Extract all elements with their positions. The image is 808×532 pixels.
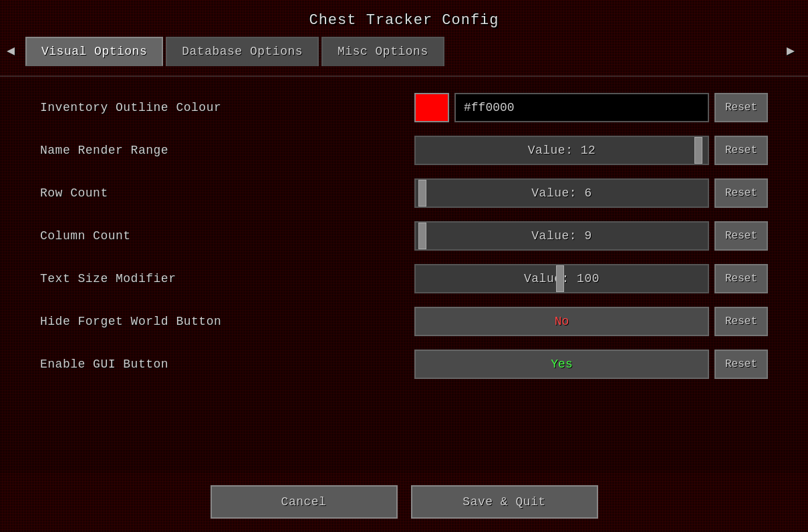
tab-divider [0, 76, 808, 77]
setting-row-inventory-outline-colour: Inventory Outline Colour Reset [40, 86, 768, 129]
cancel-button[interactable]: Cancel [211, 485, 398, 519]
setting-row-name-render-range: Name Render Range Value: 12 Reset [40, 129, 768, 172]
slider-handle-row-count [418, 180, 426, 207]
slider-value-row-count: Value: 6 [416, 186, 708, 200]
slider-value-name-render-range: Value: 12 [416, 144, 708, 157]
control-inventory-outline-colour: Reset [414, 93, 768, 122]
setting-row-row-count: Row Count Value: 6 Reset [40, 172, 768, 215]
save-quit-button[interactable]: Save & Quit [411, 485, 598, 519]
label-column-count: Column Count [40, 229, 414, 243]
label-name-render-range: Name Render Range [40, 144, 414, 157]
reset-button-name-render-range[interactable]: Reset [714, 136, 768, 165]
slider-handle-text-size-modifier [556, 265, 564, 292]
setting-row-column-count: Column Count Value: 9 Reset [40, 215, 768, 257]
reset-button-row-count[interactable]: Reset [714, 178, 768, 208]
reset-button-enable-gui-button[interactable]: Reset [714, 350, 768, 379]
reset-button-hide-forget-world-button[interactable]: Reset [714, 307, 768, 336]
toggle-hide-forget-world-button[interactable]: No [414, 307, 709, 336]
color-text-input[interactable] [454, 93, 709, 122]
toggle-enable-gui-button[interactable]: Yes [414, 350, 709, 379]
slider-value-column-count: Value: 9 [416, 229, 708, 243]
setting-row-enable-gui-button: Enable GUI Button Yes Reset [40, 343, 768, 386]
label-row-count: Row Count [40, 186, 414, 200]
reset-button-text-size-modifier[interactable]: Reset [714, 264, 768, 293]
slider-row-count[interactable]: Value: 6 [414, 178, 709, 208]
control-row-count: Value: 6 Reset [414, 178, 768, 208]
slider-handle-column-count [418, 223, 426, 249]
label-enable-gui-button: Enable GUI Button [40, 358, 414, 371]
reset-button-column-count[interactable]: Reset [714, 221, 768, 251]
label-text-size-modifier: Text Size Modifier [40, 272, 414, 285]
tab-visual[interactable]: Visual Options [25, 37, 163, 66]
tab-database[interactable]: Database Options [166, 37, 319, 66]
setting-row-text-size-modifier: Text Size Modifier Value: 100 Reset [40, 257, 768, 300]
bottom-bar: Cancel Save & Quit [0, 473, 808, 532]
slider-name-render-range[interactable]: Value: 12 [414, 136, 709, 165]
tabs-list: Visual Options Database Options Misc Opt… [21, 35, 787, 65]
slider-text-size-modifier[interactable]: Value: 100 [414, 264, 709, 293]
control-text-size-modifier: Value: 100 Reset [414, 264, 768, 293]
tab-misc[interactable]: Misc Options [321, 37, 444, 66]
slider-handle-name-render-range [694, 137, 702, 164]
label-hide-forget-world-button: Hide Forget World Button [40, 315, 414, 328]
reset-button-inventory-outline-colour[interactable]: Reset [714, 93, 768, 122]
setting-row-hide-forget-world-button: Hide Forget World Button No Reset [40, 300, 768, 343]
slider-column-count[interactable]: Value: 9 [414, 221, 709, 251]
control-hide-forget-world-button: No Reset [414, 307, 768, 336]
tabs-container: ◀ Visual Options Database Options Misc O… [0, 35, 808, 65]
control-name-render-range: Value: 12 Reset [414, 136, 768, 165]
page-title: Chest Tracker Config [0, 0, 808, 35]
control-column-count: Value: 9 Reset [414, 221, 768, 251]
tabs-arrow-right[interactable]: ▶ [787, 42, 801, 59]
color-swatch-inventory[interactable] [414, 93, 449, 122]
tabs-arrow-left[interactable]: ◀ [7, 42, 21, 59]
settings-content: Inventory Outline Colour Reset Name Rend… [0, 80, 808, 473]
control-enable-gui-button: Yes Reset [414, 350, 768, 379]
label-inventory-outline-colour: Inventory Outline Colour [40, 101, 414, 114]
